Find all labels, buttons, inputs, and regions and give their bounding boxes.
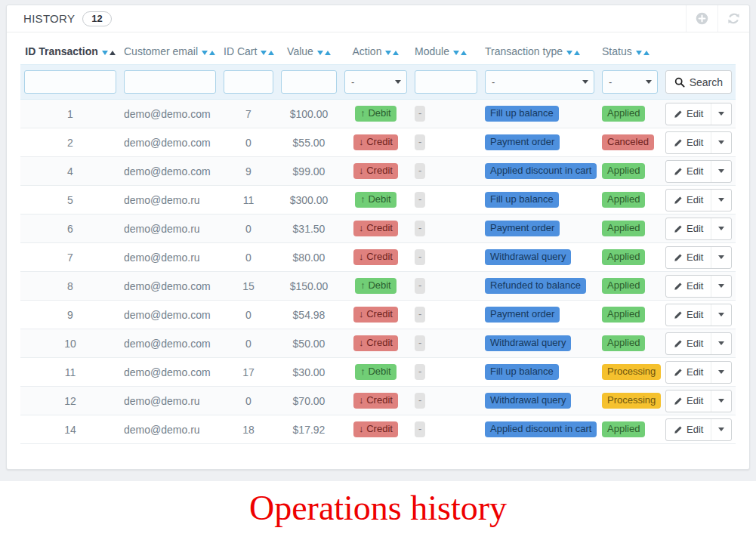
transaction-type-badge: Fill up balance	[485, 192, 559, 208]
edit-dropdown-toggle[interactable]	[711, 190, 731, 211]
cell-customer-email: demo@demo.com	[120, 128, 220, 157]
action-arrow-icon: ↓	[359, 423, 364, 434]
edit-button[interactable]: Edit	[666, 132, 711, 153]
cell-actions: Edit	[662, 358, 736, 387]
edit-button[interactable]: Edit	[666, 190, 711, 211]
column-label: Action	[353, 45, 382, 57]
edit-dropdown-toggle[interactable]	[711, 218, 731, 239]
edit-button[interactable]: Edit	[666, 103, 711, 125]
edit-dropdown-toggle[interactable]	[711, 276, 731, 297]
cell-id-transaction: 8	[20, 272, 120, 301]
cell-actions: Edit	[662, 387, 736, 415]
edit-dropdown-toggle[interactable]	[711, 161, 731, 182]
count-badge: 12	[82, 11, 111, 26]
pencil-icon	[674, 167, 683, 176]
add-button[interactable]	[686, 5, 717, 32]
sort-asc-icon[interactable]	[325, 51, 331, 55]
sort-desc-icon[interactable]	[566, 51, 572, 55]
sort-desc-icon[interactable]	[453, 51, 459, 55]
edit-button[interactable]: Edit	[666, 247, 711, 268]
cell-transaction-type: Withdrawal query	[481, 387, 598, 415]
edit-dropdown-toggle[interactable]	[711, 103, 731, 125]
sort-desc-icon[interactable]	[202, 51, 208, 55]
edit-button[interactable]: Edit	[666, 333, 711, 354]
transaction-type-badge: Withdrawal query	[485, 249, 571, 265]
edit-dropdown-toggle[interactable]	[711, 419, 731, 440]
filter-id-transaction-input[interactable]	[24, 70, 116, 94]
column-header-id-cart: ID Cart	[220, 37, 277, 65]
sort-desc-icon[interactable]	[636, 51, 642, 55]
cell-id-transaction: 4	[20, 157, 120, 186]
action-badge: ↓ Credit	[353, 393, 398, 409]
filter-id-cart-input[interactable]	[224, 70, 273, 94]
cell-id-cart: 15	[220, 272, 277, 301]
status-badge: Applied	[602, 192, 645, 208]
filter-action-select[interactable]: -	[344, 70, 407, 94]
cell-action: ↑ Debit	[341, 100, 411, 128]
edit-button[interactable]: Edit	[666, 276, 711, 297]
filter-cell-status: -	[598, 65, 662, 100]
cell-customer-email: demo@demo.com	[120, 358, 220, 387]
cell-value: $30.00	[277, 358, 341, 387]
module-badge: -	[415, 307, 425, 323]
filter-transaction-type-select[interactable]: -	[485, 70, 594, 94]
column-header-id-transaction: ID Transaction	[20, 37, 120, 65]
cell-id-cart: 11	[220, 186, 277, 215]
cell-transaction-type: Applied discount in cart	[481, 415, 598, 444]
edit-button[interactable]: Edit	[666, 161, 711, 182]
edit-dropdown-toggle[interactable]	[711, 132, 731, 153]
edit-dropdown-toggle[interactable]	[711, 333, 731, 354]
sort-desc-icon[interactable]	[102, 51, 108, 55]
cell-module: -	[411, 157, 481, 186]
search-button[interactable]: Search	[665, 70, 732, 94]
column-label: Module	[415, 45, 449, 57]
sort-asc-icon[interactable]	[268, 51, 274, 55]
sort-asc-icon[interactable]	[393, 51, 399, 55]
sort-arrows	[636, 45, 650, 57]
sort-asc-icon[interactable]	[209, 51, 215, 55]
history-panel: HISTORY 12	[6, 5, 750, 470]
sort-asc-icon[interactable]	[461, 51, 467, 55]
edit-button-group: Edit	[665, 275, 732, 298]
sort-asc-icon[interactable]	[110, 51, 116, 55]
cell-status: Applied	[598, 100, 662, 128]
filter-module-input[interactable]	[415, 70, 477, 94]
sort-desc-icon[interactable]	[261, 51, 267, 55]
edit-button-label: Edit	[687, 280, 703, 292]
cell-module: -	[411, 415, 481, 444]
module-badge: -	[415, 163, 425, 179]
edit-dropdown-toggle[interactable]	[711, 362, 731, 383]
cell-customer-email: demo@demo.com	[120, 157, 220, 186]
filter-value-input[interactable]	[281, 70, 337, 94]
edit-button[interactable]: Edit	[666, 218, 711, 239]
cell-status: Applied	[598, 157, 662, 186]
edit-button[interactable]: Edit	[666, 362, 711, 383]
filter-status-select[interactable]: -	[602, 70, 658, 94]
action-label: Credit	[366, 165, 393, 176]
edit-button-label: Edit	[687, 194, 703, 205]
edit-button[interactable]: Edit	[666, 390, 711, 412]
edit-dropdown-toggle[interactable]	[711, 390, 731, 412]
sort-desc-icon[interactable]	[385, 51, 391, 55]
sort-desc-icon[interactable]	[317, 51, 323, 55]
action-arrow-icon: ↑	[360, 279, 366, 291]
column-label: Transaction type	[485, 45, 563, 57]
sort-asc-icon[interactable]	[643, 51, 650, 55]
refresh-button[interactable]	[717, 5, 749, 32]
edit-dropdown-toggle[interactable]	[711, 304, 731, 326]
cell-id-transaction: 12	[20, 387, 120, 415]
cell-id-cart: 18	[220, 415, 277, 444]
filter-customer-email-input[interactable]	[124, 70, 216, 94]
sort-asc-icon[interactable]	[574, 51, 580, 55]
module-badge: -	[415, 134, 425, 150]
cell-module: -	[411, 243, 481, 272]
action-label: Credit	[366, 251, 393, 262]
module-badge: -	[415, 335, 425, 351]
edit-button[interactable]: Edit	[666, 304, 711, 326]
action-badge: ↑ Debit	[355, 278, 396, 294]
cell-module: -	[411, 215, 481, 243]
cell-value: $50.00	[277, 329, 341, 358]
edit-button[interactable]: Edit	[666, 419, 711, 440]
status-badge: Applied	[602, 106, 645, 122]
edit-dropdown-toggle[interactable]	[711, 247, 731, 268]
